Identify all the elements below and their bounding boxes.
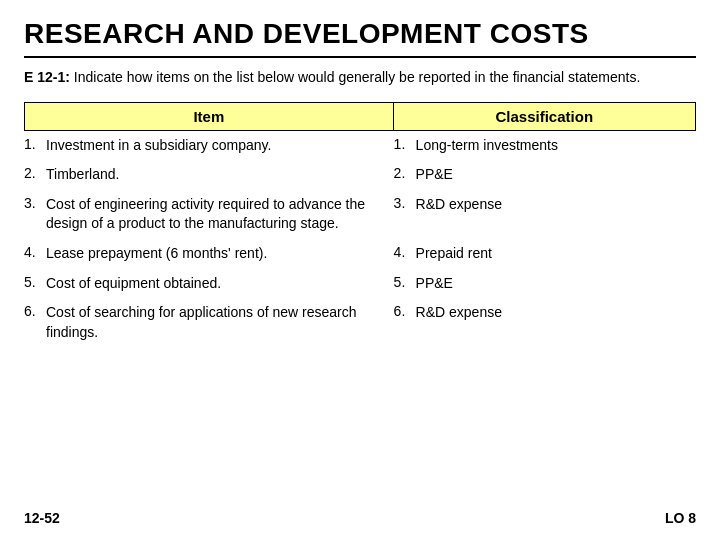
instructions-text: Indicate how items on the list below wou… (70, 69, 640, 85)
class-col-1: 1. Long-term investments (394, 136, 696, 156)
footer-right: LO 8 (665, 510, 696, 526)
footer-left: 12-52 (24, 510, 60, 526)
header-classification: Classification (394, 102, 696, 131)
class-col-5: 5. PP&E (394, 274, 696, 294)
exercise-label: E 12-1: (24, 69, 70, 85)
table-row: 2. Timberland. 2. PP&E (24, 160, 696, 190)
table-row: 6. Cost of searching for applications of… (24, 298, 696, 347)
item-col-3: 3. Cost of engineering activity required… (24, 195, 394, 234)
item-col-4: 4. Lease prepayment (6 months' rent). (24, 244, 394, 264)
row-num-2: 2. (24, 165, 46, 185)
item-col-6: 6. Cost of searching for applications of… (24, 303, 394, 342)
class-num-3: 3. (394, 195, 416, 215)
page-title: RESEARCH AND DEVELOPMENT COSTS (24, 18, 696, 50)
row-num-3: 3. (24, 195, 46, 234)
table-row: 5. Cost of equipment obtained. 5. PP&E (24, 269, 696, 299)
row-num-4: 4. (24, 244, 46, 264)
instructions: E 12-1: Indicate how items on the list b… (24, 68, 696, 88)
table-row: 3. Cost of engineering activity required… (24, 190, 696, 239)
row-item-4: Lease prepayment (6 months' rent). (46, 244, 267, 264)
class-num-5: 5. (394, 274, 416, 294)
row-item-1: Investment in a subsidiary company. (46, 136, 271, 156)
class-col-4: 4. Prepaid rent (394, 244, 696, 264)
row-num-1: 1. (24, 136, 46, 156)
page: RESEARCH AND DEVELOPMENT COSTS E 12-1: I… (0, 0, 720, 540)
class-col-6: 6. R&D expense (394, 303, 696, 323)
row-item-3: Cost of engineering activity required to… (46, 195, 382, 234)
table-row: 4. Lease prepayment (6 months' rent). 4.… (24, 239, 696, 269)
row-item-6: Cost of searching for applications of ne… (46, 303, 382, 342)
table-header: Item Classification (24, 102, 696, 131)
item-col-5: 5. Cost of equipment obtained. (24, 274, 394, 294)
class-text-6: R&D expense (416, 303, 502, 323)
class-text-2: PP&E (416, 165, 453, 185)
header-item: Item (24, 102, 394, 131)
title-divider (24, 56, 696, 58)
row-num-5: 5. (24, 274, 46, 294)
exercise-table: Item Classification 1. Investment in a s… (24, 102, 696, 506)
class-col-2: 2. PP&E (394, 165, 696, 185)
class-col-3: 3. R&D expense (394, 195, 696, 215)
class-text-5: PP&E (416, 274, 453, 294)
item-col-1: 1. Investment in a subsidiary company. (24, 136, 394, 156)
footer: 12-52 LO 8 (24, 506, 696, 526)
table-row: 1. Investment in a subsidiary company. 1… (24, 131, 696, 161)
row-item-2: Timberland. (46, 165, 119, 185)
class-text-1: Long-term investments (416, 136, 558, 156)
class-text-3: R&D expense (416, 195, 502, 215)
table-body: 1. Investment in a subsidiary company. 1… (24, 131, 696, 506)
row-num-6: 6. (24, 303, 46, 342)
item-col-2: 2. Timberland. (24, 165, 394, 185)
class-num-1: 1. (394, 136, 416, 156)
class-num-6: 6. (394, 303, 416, 323)
class-num-4: 4. (394, 244, 416, 264)
row-item-5: Cost of equipment obtained. (46, 274, 221, 294)
class-text-4: Prepaid rent (416, 244, 492, 264)
class-num-2: 2. (394, 165, 416, 185)
